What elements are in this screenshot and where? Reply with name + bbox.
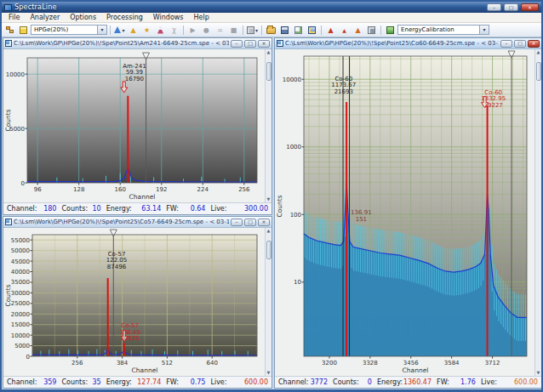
am241-spectrum-plot[interactable]: Am-24159.391679096128160192224256Channel… [3, 49, 265, 202]
co60-statusbar: Channel:3772 Counts:0 Energy:1360.47 FW:… [275, 376, 541, 388]
co57-close-button[interactable]: × [258, 219, 270, 226]
peak-fit-star-icon[interactable]: ★ [140, 24, 153, 36]
status-counts-value: 0 [368, 378, 372, 386]
am241-maximize-button[interactable]: □ [244, 40, 256, 48]
co57-vertical-scrollbar[interactable]: ▲ ▼ [265, 228, 272, 376]
chi-square-icon[interactable]: χ [168, 24, 180, 36]
svg-text:21693: 21693 [334, 88, 353, 95]
table-icon [20, 26, 27, 34]
menu-windows[interactable]: Windows [148, 13, 189, 23]
menu-bar: File Analyzer Options Processing Windows… [2, 13, 541, 23]
co60-title: C:\Lsm\Work\GP\HPGe(20%)\!Spe\Point25\Co… [285, 40, 499, 47]
co57-plot-area: Co-57122.0587496Co-57136.451082525638451… [3, 228, 272, 376]
maximize-button[interactable]: □ [504, 3, 518, 11]
scroll-up-icon[interactable]: ▲ [267, 49, 271, 55]
chevron-down-icon: ▾ [255, 27, 258, 33]
svg-text:3200: 3200 [322, 360, 337, 366]
status-channel-value: 3772 [311, 378, 328, 386]
spectrum-file-icon [5, 40, 12, 47]
spectra-table-icon[interactable] [17, 24, 30, 36]
svg-text:45000: 45000 [11, 258, 30, 265]
status-counts-label: Counts: [333, 378, 359, 386]
peak-area-icon[interactable]: ▲ [324, 24, 337, 36]
svg-text:128: 128 [73, 186, 84, 193]
co60-maximize-button[interactable]: □ [514, 40, 526, 48]
svg-text:30000: 30000 [11, 290, 30, 297]
peak-search-icon[interactable]: ▲ [127, 24, 140, 36]
close-button[interactable]: × [521, 3, 539, 11]
co57-titlebar[interactable]: C:\Lsm\Work\GP\HPGe(20%)\!Spe\Point25\Co… [3, 217, 272, 228]
report-icon[interactable] [292, 24, 305, 36]
status-live-value: 600.00 [514, 378, 538, 386]
export-image-icon[interactable] [306, 24, 318, 36]
chevron-down-icon[interactable]: ▾ [97, 26, 106, 34]
detector-connect-icon[interactable] [3, 24, 16, 36]
status-live-label: Live: [481, 378, 497, 386]
scroll-up-icon[interactable]: ▲ [267, 228, 271, 234]
co57-maximize-button[interactable]: □ [244, 219, 256, 226]
detector-select[interactable]: HPGe(20%) ▾ [31, 25, 107, 35]
minimize-button[interactable]: – [487, 3, 501, 11]
calibration-select[interactable]: EnergyCalibration ▾ [397, 25, 489, 35]
acquire-record-icon[interactable]: ● [200, 24, 213, 36]
svg-text:3328: 3328 [363, 360, 378, 366]
co60-plot-area: Co-601173.6721693Co-601332.9519227136.91… [275, 49, 541, 376]
status-channel-label: Channel: [278, 378, 309, 386]
calibration-file-icon[interactable] [384, 24, 397, 36]
svg-text:Channel: Channel [132, 366, 158, 374]
acquire-pause-icon[interactable]: = [214, 24, 226, 36]
co60-minimize-button[interactable]: – [500, 40, 512, 48]
grid-icon [368, 26, 375, 34]
background-subtract-icon[interactable] [365, 24, 378, 36]
status-fw-value: 0.75 [191, 378, 206, 386]
menu-help[interactable]: Help [189, 13, 214, 23]
co60-vertical-scrollbar[interactable]: ▲ ▼ [534, 49, 541, 376]
open-spectrum-icon[interactable] [265, 24, 277, 36]
toolbar-separator [243, 26, 243, 35]
main-titlebar[interactable]: SpectraLine – □ × [2, 2, 541, 13]
svg-text:0: 0 [21, 180, 25, 187]
status-live-label: Live: [210, 205, 226, 213]
svg-text:192: 192 [156, 186, 167, 193]
calibration-icon[interactable]: ▾ [113, 24, 126, 36]
chevron-down-icon: ▾ [122, 27, 124, 33]
svg-text:3456: 3456 [403, 360, 419, 366]
scroll-down-icon[interactable]: ▼ [537, 370, 540, 376]
co60-close-button[interactable]: × [528, 40, 540, 48]
folder-icon [266, 27, 276, 34]
am241-close-button[interactable]: × [258, 40, 270, 48]
menu-processing[interactable]: Processing [101, 13, 148, 23]
scrollbar-thumb[interactable] [266, 62, 272, 81]
am241-titlebar[interactable]: C:\Lsm\Work\GP\HPGe(20%)\!Spe\Point25\Am… [3, 38, 272, 49]
svg-text:256: 256 [71, 360, 83, 366]
blocks-icon [6, 26, 14, 34]
svg-text:Counts: Counts [4, 284, 12, 306]
menu-analyzer[interactable]: Analyzer [25, 13, 65, 23]
scroll-down-icon[interactable]: ▼ [267, 370, 271, 376]
peak-roi-icon[interactable]: ▲ [352, 24, 364, 36]
scroll-up-icon[interactable]: ▲ [537, 49, 540, 55]
scrollbar-thumb[interactable] [266, 241, 272, 259]
svg-text:151: 151 [356, 216, 367, 223]
menu-options[interactable]: Options [65, 13, 101, 23]
svg-text:224: 224 [197, 186, 209, 193]
image-icon [308, 26, 316, 34]
acquire-start-icon[interactable]: ▶ [186, 24, 199, 36]
peak-multi-icon[interactable]: ▲ [338, 24, 351, 36]
scroll-down-icon[interactable]: ▼ [267, 196, 271, 202]
co57-minimize-button[interactable]: – [231, 219, 243, 226]
menu-file[interactable]: File [3, 13, 25, 23]
nuclide-flask-icon[interactable] [154, 24, 167, 36]
am241-minimize-button[interactable]: – [231, 40, 243, 48]
svg-text:512: 512 [162, 360, 173, 366]
acquire-stop-icon[interactable]: ■ [227, 24, 240, 36]
co57-spectrum-plot[interactable]: Co-57122.0587496Co-57136.451082525638451… [3, 228, 265, 376]
am241-vertical-scrollbar[interactable]: ▲ ▼ [265, 49, 272, 202]
co60-titlebar[interactable]: C:\Lsm\Work\GP\HPGe(20%)\!Spe\Point25\Co… [275, 38, 541, 49]
svg-text:160: 160 [115, 186, 126, 193]
save-spectrum-icon[interactable] [278, 24, 291, 36]
chevron-down-icon[interactable]: ▾ [479, 26, 489, 34]
scrollbar-thumb[interactable] [536, 62, 541, 81]
mca-grid-icon[interactable]: ▾ [246, 24, 259, 36]
co60-spectrum-plot[interactable]: Co-601173.6721693Co-601332.9519227136.91… [275, 49, 534, 376]
